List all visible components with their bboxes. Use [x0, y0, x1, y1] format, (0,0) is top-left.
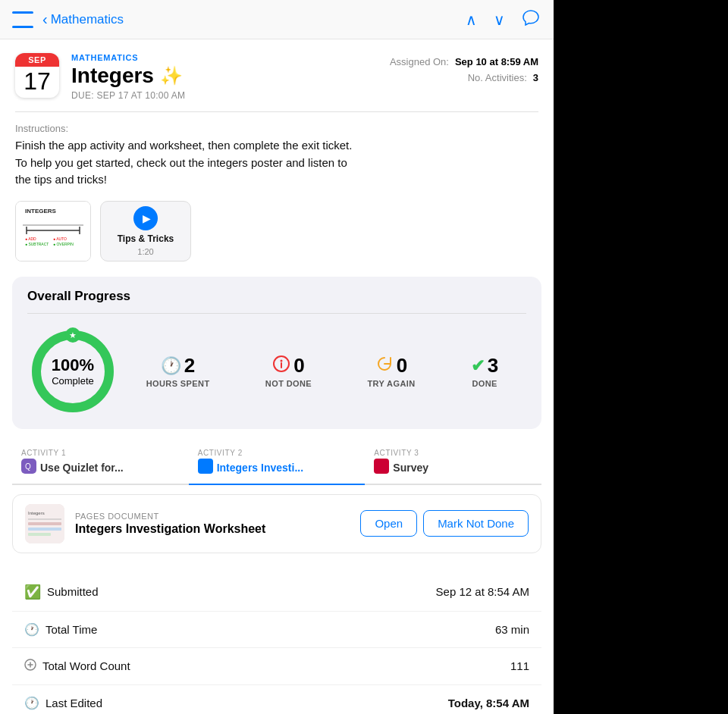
activity-content: Integers PAGES DOCUMENT Integers Investi… — [12, 485, 541, 570]
open-button[interactable]: Open — [360, 510, 417, 537]
word-count-value: 111 — [510, 659, 529, 672]
activity-name: Integers Investigation Worksheet — [75, 522, 350, 536]
svg-rect-19 — [198, 459, 213, 474]
no-activities-value: 3 — [533, 72, 538, 83]
activity-actions: Open Mark Not Done — [360, 510, 529, 537]
not-done-icon — [272, 355, 290, 377]
svg-text:● AUTO: ● AUTO — [53, 236, 67, 241]
play-button[interactable]: ▶ — [133, 206, 158, 230]
done-icon: ✔ — [471, 356, 485, 376]
donut-center: 100% Complete — [52, 355, 94, 387]
assignment-header: SEP 17 MATHEMATICS Integers ✨ DUE: SEP 1… — [0, 39, 554, 108]
not-done-stat: 0 NOT DONE — [265, 354, 312, 388]
calendar-day: 17 — [15, 67, 59, 98]
header-divider — [15, 111, 538, 112]
word-count-row: Total Word Count 111 — [12, 648, 541, 685]
integers-poster-attachment[interactable]: INTEGERS ● ADD ● SUBTRACT ● AUTO ● OVERP… — [15, 201, 91, 261]
no-activities-label: No. Activities: — [468, 72, 527, 83]
total-time-value: 63 min — [495, 623, 529, 636]
last-edited-left: 🕐 Last Edited — [24, 696, 102, 710]
activity-info: PAGES DOCUMENT Integers Investigation Wo… — [75, 512, 350, 536]
assignment-title: Integers ✨ — [71, 64, 375, 88]
clock-small-icon: 🕐 — [24, 622, 39, 637]
activity-tab-2[interactable]: ACTIVITY 2 Integers Investi... — [189, 441, 366, 485]
assignment-title-block: MATHEMATICS Integers ✨ DUE: SEP 17 AT 10… — [71, 53, 375, 101]
last-edited-icon: 🕐 — [24, 696, 39, 710]
submission-rows: ✅ Submitted Sep 12 at 8:54 AM 🕐 Total Ti… — [12, 573, 541, 715]
not-done-label: NOT DONE — [265, 379, 312, 388]
assigned-on-label: Assigned On: — [390, 56, 449, 67]
last-edited-value: Today, 8:54 AM — [448, 697, 529, 709]
comment-button[interactable] — [520, 8, 541, 31]
clock-icon: 🕐 — [161, 356, 181, 376]
svg-text:Q: Q — [25, 462, 31, 471]
activity-type-label: PAGES DOCUMENT — [75, 512, 350, 521]
activities-section: ACTIVITY 1 Q Use Quizlet for... ACTIVITY… — [12, 441, 541, 715]
nav-up-button[interactable]: ∧ — [464, 9, 479, 30]
stats-grid: 🕐 2 HOURS SPENT 0 NOT DONE — [118, 354, 526, 388]
activity-tab-3[interactable]: ACTIVITY 3 Survey — [365, 441, 541, 485]
svg-rect-24 — [28, 522, 61, 525]
nav-right-actions: ∧ ∨ — [464, 8, 541, 31]
try-again-icon — [375, 355, 394, 377]
try-again-value: 0 — [397, 354, 407, 377]
back-button[interactable]: ‹ Mathematics — [42, 11, 124, 28]
total-time-label: Total Time — [46, 623, 97, 636]
activity-thumbnail: Integers — [25, 504, 64, 543]
progress-section: Overall Progress ★ 100% Complete — [12, 277, 541, 429]
total-time-row: 🕐 Total Time 63 min — [12, 612, 541, 648]
nav-down-button[interactable]: ∨ — [492, 9, 507, 30]
total-time-left: 🕐 Total Time — [24, 622, 97, 637]
tab1-icon: Q — [21, 459, 36, 478]
nav-bar: ‹ Mathematics ∧ ∨ — [0, 0, 554, 39]
tab2-icon — [198, 459, 213, 478]
svg-rect-26 — [28, 533, 51, 536]
donut-chart: ★ 100% Complete — [27, 326, 118, 417]
hours-label: HOURS SPENT — [146, 379, 210, 388]
play-icon: ▶ — [143, 212, 151, 224]
integers-poster-thumbnail: INTEGERS ● ADD ● SUBTRACT ● AUTO ● OVERP… — [15, 201, 91, 261]
done-label: DONE — [471, 379, 498, 388]
calendar-icon: SEP 17 — [15, 53, 59, 98]
mark-not-done-button[interactable]: Mark Not Done — [423, 510, 529, 537]
activity-item-card: Integers PAGES DOCUMENT Integers Investi… — [12, 494, 541, 553]
no-activities-row: No. Activities: 3 — [468, 72, 538, 83]
tab1-label: ACTIVITY 1 — [21, 449, 66, 457]
svg-rect-25 — [28, 528, 61, 531]
down-arrow-icon: ∨ — [494, 11, 505, 28]
video-duration: 1:20 — [137, 247, 153, 256]
svg-point-15 — [281, 359, 283, 362]
word-count-left: Total Word Count — [24, 659, 130, 674]
svg-text:INTEGERS: INTEGERS — [25, 208, 57, 215]
assigned-on-row: Assigned On: Sep 10 at 8:59 AM — [390, 56, 538, 67]
not-done-value: 0 — [293, 354, 304, 377]
done-stat: ✔ 3 DONE — [471, 354, 498, 388]
last-edited-label: Last Edited — [46, 697, 102, 709]
sidebar-toggle-button[interactable] — [12, 11, 33, 28]
donut-label: Complete — [52, 375, 94, 387]
instructions-text: Finish the app activity and worksheet, t… — [15, 137, 538, 189]
tab3-label: ACTIVITY 3 — [374, 449, 419, 457]
calendar-month: SEP — [15, 53, 59, 67]
hours-spent-stat: 🕐 2 HOURS SPENT — [146, 354, 210, 388]
done-value: 3 — [488, 354, 498, 377]
submitted-row: ✅ Submitted Sep 12 at 8:54 AM — [12, 573, 541, 612]
tab3-name: Survey — [393, 462, 428, 474]
back-label: Mathematics — [51, 12, 124, 27]
tips-tricks-attachment[interactable]: ▶ Tips & Tricks 1:20 — [100, 201, 191, 261]
progress-divider — [27, 313, 526, 314]
assignment-meta: Assigned On: Sep 10 at 8:59 AM No. Activ… — [387, 53, 538, 83]
word-count-icon — [24, 659, 36, 674]
submitted-label: Submitted — [47, 585, 99, 598]
activity-tab-1[interactable]: ACTIVITY 1 Q Use Quizlet for... — [12, 441, 189, 485]
assigned-on-value: Sep 10 at 8:59 AM — [455, 56, 538, 67]
submitted-left: ✅ Submitted — [24, 584, 99, 600]
try-again-label: TRY AGAIN — [367, 379, 415, 388]
tab2-name: Integers Investi... — [217, 462, 303, 474]
svg-text:★: ★ — [69, 330, 77, 340]
up-arrow-icon: ∧ — [466, 11, 477, 28]
progress-stats: ★ 100% Complete 🕐 2 HOURS SPENT — [27, 326, 526, 417]
tab1-name: Use Quizlet for... — [40, 462, 124, 474]
subject-label: MATHEMATICS — [71, 53, 375, 62]
svg-text:● SUBTRACT: ● SUBTRACT — [25, 242, 49, 246]
